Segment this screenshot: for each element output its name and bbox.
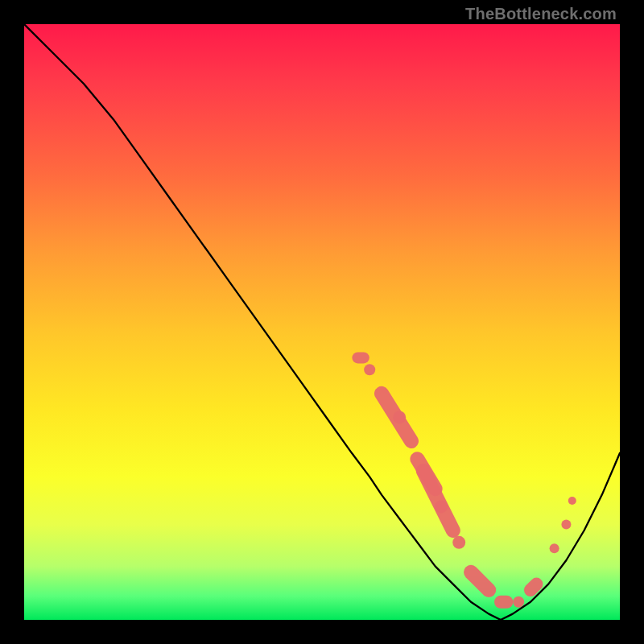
curve-layer <box>24 24 620 620</box>
main-curve <box>24 24 620 620</box>
marker-segment <box>530 584 536 590</box>
chart-container: TheBottleneck.com <box>0 0 644 644</box>
marker-segment <box>471 572 489 590</box>
plot-area <box>24 24 620 620</box>
watermark-text: TheBottleneck.com <box>465 5 617 23</box>
marker-group <box>357 357 572 601</box>
